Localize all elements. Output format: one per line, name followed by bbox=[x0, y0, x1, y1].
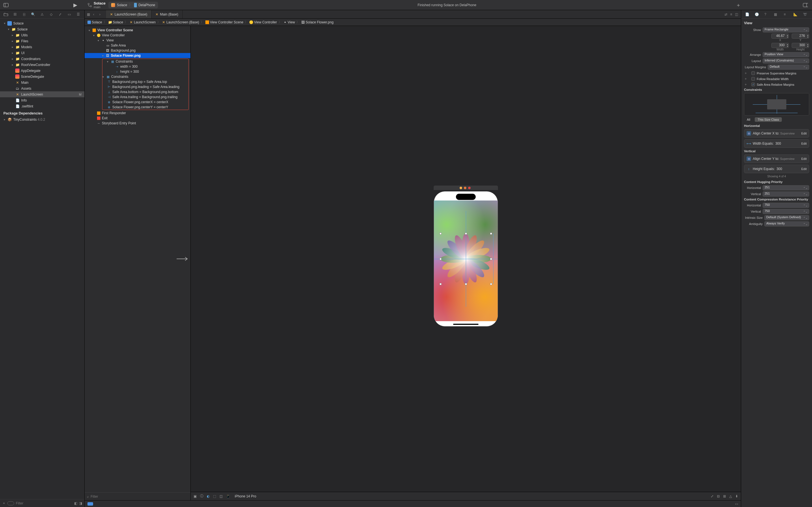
scm-filter-icon[interactable]: ◨ bbox=[79, 501, 82, 505]
intrinsic-select[interactable]: Default (System Defined) bbox=[764, 215, 809, 220]
forward-button[interactable]: › bbox=[99, 12, 104, 16]
filter-scope-toggle[interactable] bbox=[7, 501, 14, 505]
outline-row[interactable]: ▾▦Constraints bbox=[102, 59, 188, 64]
project-chip[interactable]: Solace main bbox=[85, 0, 108, 10]
outline-row[interactable]: ⊤Background.png.top = Safe Area.top bbox=[102, 79, 188, 84]
outline-row[interactable]: ⇢width = 300 bbox=[102, 64, 188, 69]
device-type-icon[interactable]: 📱 bbox=[226, 494, 230, 498]
outline-row[interactable]: ⊥Safe Area.bottom = Background.png.botto… bbox=[102, 90, 188, 95]
issues-nav-icon[interactable]: ⚠ bbox=[40, 12, 45, 17]
constraint-centerx[interactable]: ⊕Align Center X to: SuperviewEdit bbox=[744, 129, 809, 137]
scene-titlebar[interactable] bbox=[434, 185, 498, 190]
outline-row[interactable]: ▾🟡View Controller bbox=[85, 33, 191, 38]
tree-row[interactable]: ▸📁Coordinators bbox=[0, 56, 85, 62]
scheme-selector[interactable]: Solace 〉 DelaPhone bbox=[108, 2, 158, 8]
file-inspector-icon[interactable]: 📄 bbox=[745, 12, 750, 16]
folder-nav-icon[interactable] bbox=[3, 12, 8, 17]
device-preview[interactable] bbox=[434, 191, 498, 327]
library-toggle-icon[interactable] bbox=[803, 3, 808, 8]
tree-row-package[interactable]: ▸📦TinyConstraints 4.0.2 bbox=[0, 116, 85, 122]
outline-row[interactable]: ⊢Background.png.leading = Safe Area.lead… bbox=[102, 84, 188, 90]
tests-nav-icon[interactable]: ◇ bbox=[49, 12, 54, 17]
readable-width-checkbox[interactable] bbox=[751, 77, 755, 81]
navigator-filter-input[interactable] bbox=[16, 501, 72, 505]
pin-menu-icon[interactable]: ⊞ bbox=[723, 494, 726, 498]
history-inspector-icon[interactable]: 🕘 bbox=[755, 12, 760, 16]
tree-row-launchscreen[interactable]: ✕LaunchScreenM bbox=[0, 91, 85, 97]
add-tab-button[interactable]: ＋ bbox=[736, 2, 741, 8]
y-input[interactable]: 276▴▾ bbox=[792, 34, 809, 39]
add-variation-button[interactable]: ＋ bbox=[744, 82, 748, 87]
tree-row[interactable]: ▸📁Models bbox=[0, 44, 85, 50]
recent-filter-icon[interactable]: ◧ bbox=[74, 501, 77, 505]
add-editor-icon[interactable]: ◫ bbox=[735, 12, 738, 16]
tree-row-project[interactable]: ▾Solace bbox=[0, 20, 85, 26]
preserve-margins-checkbox[interactable] bbox=[751, 71, 755, 75]
tree-row[interactable]: ✕Main bbox=[0, 79, 85, 86]
run-button[interactable]: ▶ bbox=[73, 3, 78, 8]
outline-row[interactable]: 🟧First Responder bbox=[85, 111, 191, 116]
constraint-height[interactable]: ↕Height Equals: 300Edit bbox=[744, 165, 809, 173]
add-file-button[interactable]: ＋ bbox=[2, 501, 6, 506]
outline-row[interactable]: →Storyboard Entry Point bbox=[85, 121, 191, 126]
outline-row[interactable]: ⊕Solace Flower.png.centerY = centerY bbox=[102, 105, 188, 110]
outline-row-selected[interactable]: ▾🖼Solace Flower.png bbox=[85, 53, 191, 58]
resolve-menu-icon[interactable]: △ bbox=[729, 494, 732, 498]
source-control-nav-icon[interactable]: ☒ bbox=[12, 12, 17, 17]
safearea-margins-checkbox[interactable] bbox=[751, 82, 755, 86]
identity-inspector-icon[interactable]: ▦ bbox=[774, 12, 779, 16]
comp-v-input[interactable]: 750 bbox=[763, 209, 809, 214]
x-input[interactable]: 46.67▴▾ bbox=[771, 34, 789, 39]
jump-bar[interactable]: Solace〉 📁Solace〉 ✕LaunchScreen〉 ✕LaunchS… bbox=[85, 19, 741, 26]
hug-v-input[interactable]: 251 bbox=[763, 191, 809, 196]
arrange-select[interactable]: Position View bbox=[763, 52, 809, 57]
outline-row[interactable]: ⊕Solace Flower.png.centerX = centerX bbox=[102, 100, 188, 105]
size-inspector-icon[interactable]: 📐 bbox=[793, 12, 799, 16]
edit-button[interactable]: Edit bbox=[801, 142, 807, 145]
find-nav-icon[interactable]: 🔍 bbox=[31, 12, 36, 17]
comp-h-input[interactable]: 750 bbox=[763, 203, 809, 208]
orientation-icon[interactable]: ⓘ bbox=[200, 494, 204, 499]
reports-nav-icon[interactable]: ☰ bbox=[75, 12, 81, 17]
debug-area-toggle-icon[interactable]: ▭ bbox=[735, 502, 738, 506]
help-inspector-icon[interactable]: ? bbox=[764, 12, 769, 16]
hug-h-input[interactable]: 251 bbox=[763, 185, 809, 190]
zoom-icon[interactable]: ⤢ bbox=[711, 494, 713, 498]
debug-nav-icon[interactable]: ⤤ bbox=[58, 12, 63, 17]
constraint-width[interactable]: ⟷Width Equals: 300Edit bbox=[744, 139, 809, 148]
tree-row[interactable]: ▸📁RootViewController bbox=[0, 62, 85, 68]
device-config-icon[interactable]: ▣ bbox=[194, 494, 197, 498]
embed-menu-icon[interactable]: ⬇ bbox=[735, 494, 738, 498]
breakpoints-nav-icon[interactable]: ▭ bbox=[67, 12, 72, 17]
add-variation-button[interactable]: ＋ bbox=[744, 76, 748, 81]
outline-row[interactable]: 🖼Background.png bbox=[85, 48, 191, 53]
tree-row[interactable]: ▸📁Files bbox=[0, 38, 85, 44]
tree-row[interactable]: SceneDelegate bbox=[0, 73, 85, 79]
adjust-editor-icon[interactable]: ≡ bbox=[730, 12, 732, 16]
tree-row[interactable]: 🗂Assets bbox=[0, 86, 85, 91]
constraints-diagram[interactable] bbox=[744, 93, 809, 116]
margins-select[interactable]: Default bbox=[768, 65, 809, 70]
layout-icon[interactable]: ⬚ bbox=[213, 494, 216, 498]
attributes-inspector-icon[interactable]: ≡ bbox=[784, 12, 789, 16]
sidebar-toggle-icon[interactable] bbox=[3, 3, 8, 8]
constraint-centery[interactable]: ⊕Align Center Y to: SuperviewEdit bbox=[744, 155, 809, 163]
debug-status-pill[interactable] bbox=[88, 502, 93, 506]
related-items-icon[interactable]: ▦ bbox=[87, 12, 92, 16]
outline-row[interactable]: ▭Safe Area bbox=[85, 43, 191, 48]
filter-all[interactable]: All bbox=[744, 117, 753, 122]
width-input[interactable]: 300▴▾ bbox=[771, 43, 789, 48]
edit-button[interactable]: Edit bbox=[801, 132, 807, 135]
symbols-nav-icon[interactable]: ⌸ bbox=[21, 12, 26, 17]
filter-this-size-class[interactable]: This Size Class bbox=[755, 117, 782, 122]
connections-inspector-icon[interactable]: ➰ bbox=[803, 12, 808, 16]
outline-row[interactable]: 🟥Exit bbox=[85, 116, 191, 121]
interface-builder-canvas[interactable]: ▣ ⓘ ◐ ⬚ ◫ 📱 iPhone 14 Pro ⤢ ⊟ ⊞ △ ⬇ bbox=[191, 26, 741, 500]
vary-icon[interactable]: ◫ bbox=[219, 494, 223, 498]
tree-row[interactable]: ▾📁Solace bbox=[0, 26, 85, 32]
tree-row[interactable]: 📄Info bbox=[0, 97, 85, 103]
file-tab-launchscreen[interactable]: ✕LaunchScreen (Base) bbox=[106, 10, 152, 18]
tree-row[interactable]: AppDelegate bbox=[0, 68, 85, 73]
selection-handles[interactable] bbox=[440, 233, 491, 284]
appearance-icon[interactable]: ◐ bbox=[207, 494, 210, 498]
